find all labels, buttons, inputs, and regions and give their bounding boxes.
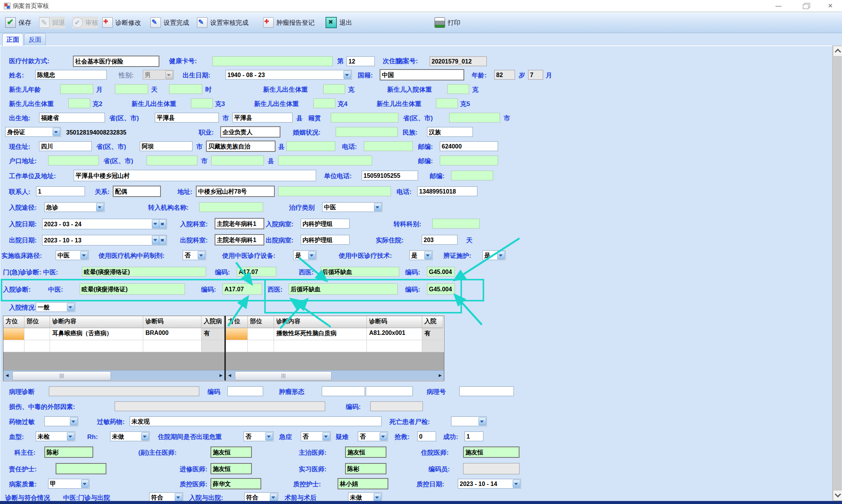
chevron-down-icon[interactable] (497, 251, 505, 259)
contact-address2-field[interactable] (278, 186, 391, 196)
transfer-dept-field[interactable] (432, 219, 480, 229)
close-button[interactable]: ✕ (819, 0, 842, 12)
scrollbar-thumb[interactable] (12, 371, 111, 380)
chevron-down-icon[interactable] (67, 432, 74, 440)
chevron-down-icon[interactable] (374, 203, 382, 211)
chevron-down-icon[interactable] (67, 303, 74, 311)
tumor-morphology-field2[interactable] (366, 386, 413, 396)
address-province-field[interactable]: 四川 (39, 141, 92, 151)
set-audit-complete-button[interactable]: 设置审核完成 (197, 17, 248, 29)
save-button[interactable]: 保存 (5, 17, 31, 29)
contact-name-field[interactable]: 1 (36, 186, 85, 196)
hukou-zip-field[interactable] (440, 156, 498, 165)
drug-allergy-combo[interactable] (44, 416, 78, 426)
chief-doctor-field[interactable]: 施友恒 (210, 446, 252, 458)
birthweight3-field[interactable] (191, 98, 213, 108)
chevron-down-icon[interactable] (152, 219, 159, 229)
chevron-down-icon[interactable] (80, 251, 88, 259)
chevron-down-icon[interactable] (96, 203, 104, 211)
relation-field[interactable]: 配偶 (113, 186, 161, 197)
workplace-field[interactable]: 平潭县中楼乡冠山村 (74, 170, 316, 181)
tab-front[interactable]: 正面 (2, 33, 23, 46)
newborn-age-months-field[interactable] (60, 84, 93, 94)
chevron-down-icon[interactable] (141, 432, 149, 440)
discharge-date-picker[interactable]: 2023 - 10 - 13 (42, 235, 167, 245)
syndrome-care-combo[interactable]: 是 (482, 250, 506, 260)
native-province-field[interactable] (331, 113, 398, 123)
column-header[interactable]: 诊断码 (143, 316, 201, 328)
contact-address-field[interactable]: 中楼乡冠山村78号 (196, 186, 275, 197)
record-quality-combo[interactable]: 甲 (48, 479, 89, 489)
admission-condition-combo[interactable]: 一般 (36, 302, 75, 312)
transfer-org-field[interactable] (199, 202, 263, 212)
chevron-down-icon[interactable] (53, 128, 60, 136)
blood-type-combo[interactable]: 未检 (36, 431, 75, 441)
admission-tcm-code-field[interactable]: A17.07 (223, 283, 262, 295)
chevron-down-icon[interactable] (323, 432, 330, 440)
admission-way-combo[interactable]: 急诊 (44, 202, 104, 212)
chevron-down-icon[interactable] (165, 71, 173, 79)
column-header[interactable]: 部位 (248, 316, 274, 328)
gender-combo[interactable]: 男 (143, 70, 174, 80)
admit-dept-field[interactable]: 主院老年病科1 (215, 218, 264, 229)
name-field[interactable]: 陈规忠 (35, 70, 107, 80)
chevron-down-icon[interactable] (513, 480, 520, 488)
set-complete-button[interactable]: 设置完成 (150, 17, 189, 29)
address-zip-field[interactable]: 624000 (440, 141, 498, 151)
native-city-field[interactable] (449, 113, 500, 123)
horizontal-scrollbar[interactable]: ◄ ► (3, 370, 225, 380)
outpatient-west-field[interactable]: 后循环缺血 (320, 267, 399, 277)
work-phone-field[interactable]: 15059105255 (362, 171, 418, 180)
chevron-down-icon[interactable] (479, 417, 486, 425)
newborn-age-hours-field[interactable] (169, 84, 202, 94)
birthplace-city-field[interactable]: 平潭县 (155, 113, 219, 123)
chevron-down-icon[interactable] (265, 432, 273, 440)
difficult-combo[interactable]: 否 (358, 431, 388, 441)
hukou-province-field[interactable] (48, 156, 99, 165)
hukou-detail-field[interactable] (278, 156, 372, 165)
row-selector-cell[interactable] (3, 340, 24, 352)
row-selector-cell[interactable] (226, 340, 248, 352)
emergency-combo[interactable]: 否 (301, 431, 331, 441)
intern-doctor-field[interactable]: 陈彬 (345, 463, 386, 474)
discharge-ward-field[interactable]: 内科护理组 (301, 235, 350, 245)
column-header[interactable]: 诊断内容 (50, 316, 143, 328)
attending-doctor-field[interactable]: 施友恒 (345, 446, 386, 458)
autopsy-combo[interactable] (451, 416, 487, 426)
birthplace-county-field[interactable]: 平潭县 (232, 113, 292, 123)
undo-button[interactable]: 回退 (39, 17, 65, 29)
clinical-path-combo[interactable]: 中医 (56, 250, 89, 260)
qc-doctor-field[interactable]: 薛华文 (210, 478, 261, 489)
marriage-field[interactable] (336, 127, 398, 137)
chevron-down-icon[interactable] (175, 493, 182, 501)
id-type-combo[interactable]: 身份证 (5, 127, 61, 137)
tcm-device-combo[interactable]: 是 (293, 250, 317, 260)
admit-date-picker[interactable]: 2023 - 03 - 24 (42, 219, 167, 229)
column-header[interactable]: 入院病 (201, 316, 224, 328)
restore-button[interactable] (793, 0, 816, 12)
tumor-morphology-field[interactable] (322, 386, 365, 396)
column-header[interactable]: 入院 (422, 316, 443, 328)
birthdate-picker[interactable]: 1940 - 08 - 23 (226, 70, 352, 80)
chevron-down-icon[interactable] (81, 480, 89, 488)
scroll-right-icon[interactable]: ► (217, 371, 225, 380)
column-header[interactable]: 方位 (226, 316, 248, 328)
stay-days-field[interactable]: 203 (422, 235, 457, 245)
hukou-county-field[interactable] (211, 156, 264, 165)
dept-head-field[interactable]: 陈彬 (44, 446, 93, 458)
rescue-field[interactable]: 0 (417, 431, 436, 441)
qc-nurse-field[interactable]: 林小娟 (338, 478, 388, 489)
birthweight5-field[interactable] (436, 98, 458, 108)
chevron-down-icon[interactable] (70, 417, 77, 425)
scroll-up-icon[interactable] (833, 46, 842, 56)
audit-button[interactable]: 审核 (72, 17, 98, 29)
exit-button[interactable]: 退出 (326, 17, 352, 29)
herb-preparation-combo[interactable]: 否 (183, 250, 206, 260)
id-number-field[interactable]: 350128194008232835 (65, 128, 192, 138)
chevron-down-icon[interactable] (424, 251, 432, 259)
chevron-down-icon[interactable] (374, 493, 381, 501)
scroll-right-icon[interactable]: ► (436, 371, 444, 380)
outpatient-tcm-field[interactable]: 眩晕(痰瘀滞络证) (82, 267, 206, 277)
date-spinner[interactable] (159, 219, 166, 229)
diagnosis-edit-button[interactable]: 诊断修改 (102, 17, 141, 29)
